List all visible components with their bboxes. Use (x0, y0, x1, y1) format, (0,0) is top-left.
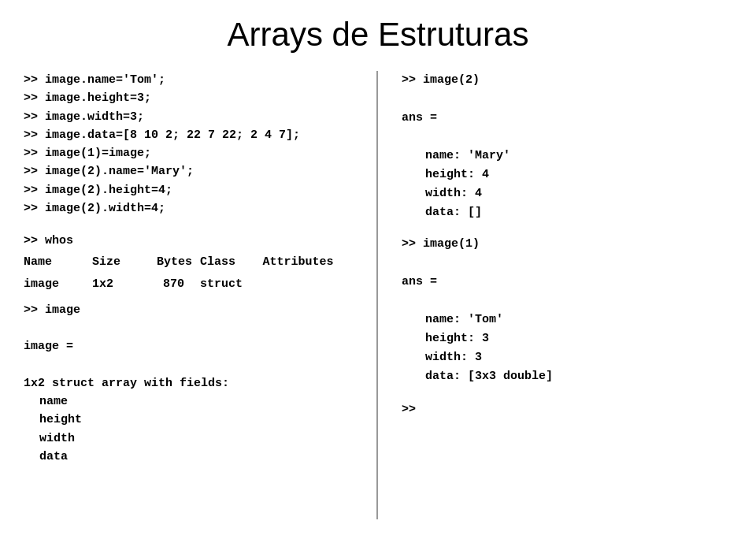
col-bytes: Bytes (141, 253, 200, 273)
image2-height: height: 4 (425, 166, 732, 184)
cell-class: struct (200, 273, 263, 295)
struct-desc: 1x2 struct array with fields: (24, 374, 361, 392)
image2-ans-label: ans = (402, 109, 732, 128)
col-name: Name (24, 253, 92, 273)
table-row: image 1x2 870 struct (24, 273, 361, 295)
whos-command: >> whos (24, 232, 361, 250)
col-attributes: Attributes (263, 253, 361, 273)
whos-section: >> whos Name Size Bytes Class Attributes (24, 232, 361, 295)
cmd-6: >> image(2).name='Mary'; (24, 162, 361, 180)
cmd-5: >> image(1)=image; (24, 144, 361, 162)
image2-section: >> image(2) ans = name: 'Mary' height: 4… (402, 71, 732, 222)
cmd-8: >> image(2).width=4; (24, 199, 361, 218)
image1-command: >> image(1) (402, 235, 732, 254)
field-name: name (39, 392, 361, 411)
cmd-4: >> image.data=[8 10 2; 22 7 22; 2 4 7]; (24, 126, 361, 144)
image2-command: >> image(2) (402, 71, 732, 90)
col-size: Size (92, 253, 141, 273)
image2-fields: name: 'Mary' height: 4 width: 4 data: [] (425, 147, 732, 222)
cell-name: image (24, 273, 92, 295)
image2-name: name: 'Mary' (425, 147, 732, 166)
left-panel: >> image.name='Tom'; >> image.height=3; … (24, 71, 378, 519)
cmd-3: >> image.width=3; (24, 108, 361, 126)
image1-ans-label: ans = (402, 273, 732, 292)
col-class: Class (200, 253, 263, 273)
final-prompt: >> (402, 400, 732, 419)
image1-data: data: [3x3 double] (425, 367, 732, 386)
field-height: height (39, 411, 361, 429)
cmd-1: >> image.name='Tom'; (24, 71, 361, 89)
image-command: >> image (24, 301, 361, 319)
image1-width: width: 3 (425, 348, 732, 367)
image2-data: data: [] (425, 203, 732, 222)
image-equals: image = (24, 337, 361, 355)
struct-fields: name height width data (39, 392, 361, 466)
cell-attributes (263, 273, 361, 295)
page-container: Arrays de Estruturas >> image.name='Tom'… (0, 0, 756, 543)
image1-section: >> image(1) ans = name: 'Tom' height: 3 … (402, 235, 732, 386)
content-layout: >> image.name='Tom'; >> image.height=3; … (24, 71, 732, 519)
field-data: data (39, 448, 361, 466)
image1-height: height: 3 (425, 329, 732, 348)
right-panel: >> image(2) ans = name: 'Mary' height: 4… (378, 71, 732, 519)
cell-size: 1x2 (92, 273, 141, 295)
table-header-row: Name Size Bytes Class Attributes (24, 253, 361, 273)
cmd-7: >> image(2).height=4; (24, 181, 361, 199)
image1-fields: name: 'Tom' height: 3 width: 3 data: [3x… (425, 311, 732, 386)
image2-width: width: 4 (425, 184, 732, 203)
page-title: Arrays de Estruturas (24, 16, 732, 54)
final-prompt-section: >> (402, 400, 732, 419)
cell-bytes: 870 (141, 273, 200, 295)
bottom-section: >> image image = 1x2 struct array with f… (24, 301, 361, 466)
field-width: width (39, 430, 361, 448)
image1-name: name: 'Tom' (425, 311, 732, 329)
cmd-2: >> image.height=3; (24, 89, 361, 107)
whos-table: Name Size Bytes Class Attributes image 1… (24, 253, 361, 295)
commands-block: >> image.name='Tom'; >> image.height=3; … (24, 71, 361, 218)
